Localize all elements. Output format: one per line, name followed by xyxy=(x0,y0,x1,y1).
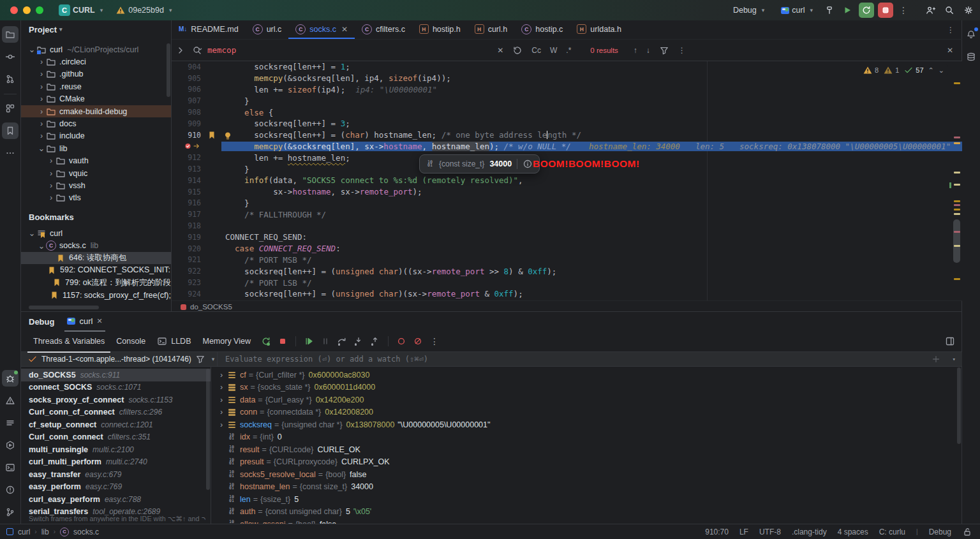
inspections-widget[interactable]: 8 1 57 ⌃ ⌄ xyxy=(859,64,948,76)
status-item[interactable]: C: curlu xyxy=(879,528,905,536)
editor-tab-cfilters.c[interactable]: Ccfilters.c xyxy=(355,20,412,39)
expand-icon[interactable]: › xyxy=(216,371,226,380)
chevron-down-icon[interactable]: ▾ xyxy=(953,356,956,362)
run-config-selector[interactable]: curl ▾ xyxy=(777,3,817,18)
bookmark-item-curl[interactable]: ⌄curl xyxy=(21,227,171,239)
line-number[interactable]: 918 xyxy=(172,221,202,230)
status-item[interactable]: 910:70 xyxy=(705,528,729,536)
project-item-curl[interactable]: ⌄curl~/CLionProjects/curl xyxy=(21,43,171,55)
close-search-button[interactable]: ✕ xyxy=(947,46,953,55)
thread-selector[interactable]: Thread-1-<com.apple...-thread> (10414746… xyxy=(21,352,218,366)
step-into-icon[interactable] xyxy=(352,334,366,348)
project-item-vquic[interactable]: ›vquic xyxy=(21,167,171,179)
layout-settings-icon[interactable] xyxy=(943,334,957,348)
prev-problem-icon[interactable]: ⌃ xyxy=(928,66,934,75)
info-icon[interactable] xyxy=(523,159,533,169)
status-breadcrumb[interactable]: curl› lib› C socks.c xyxy=(0,528,705,536)
build-button[interactable] xyxy=(822,3,837,18)
expand-icon[interactable]: › xyxy=(216,395,226,404)
zoom-window-button[interactable] xyxy=(36,6,43,14)
bookmark-item-socks.c[interactable]: ⌄Csocks.clib xyxy=(21,239,171,251)
editor-tab-url.c[interactable]: Curl.c xyxy=(246,20,289,39)
close-tab-icon[interactable]: ✕ xyxy=(341,25,348,34)
thread-filter-icon[interactable] xyxy=(195,354,205,364)
expand-icon[interactable]: › xyxy=(216,383,226,392)
line-number[interactable]: 905 xyxy=(172,74,202,83)
bookmark-item-1157_socks_proxy_cf_free_cf_[interactable]: 1157: socks_proxy_cf_free(cf); xyxy=(21,289,171,301)
line-number[interactable]: 921 xyxy=(172,255,202,264)
frame-connect_SOCKS[interactable]: connect_SOCKSsocks.c:1071 xyxy=(21,381,211,394)
code-line-923[interactable]: 923 /* PORT LSB */ xyxy=(172,277,962,288)
line-number[interactable]: 908 xyxy=(172,108,202,117)
tabs-more-button[interactable]: ⋮ xyxy=(947,26,954,34)
variable-socks5_resolve_local[interactable]: 1001socks5_resolve_local={bool}false xyxy=(211,468,962,481)
code-line-918[interactable]: 918 xyxy=(172,220,962,232)
frame-easy_perform[interactable]: easy_performeasy.c:769 xyxy=(21,481,211,494)
line-number[interactable]: 910 xyxy=(172,131,202,140)
code-line-911[interactable]: memcpy(&socksreq[len], sx->hostname, hos… xyxy=(172,141,962,152)
frames-scrollbar[interactable] xyxy=(206,369,210,490)
line-number[interactable]: 912 xyxy=(172,153,202,162)
status-item[interactable]: Debug xyxy=(929,528,951,536)
variable-socksreq[interactable]: ›socksreq={unsigned char *}0x138078000"\… xyxy=(211,418,962,431)
variable-presult[interactable]: 1001presult={CURLproxycode}CURLPX_OK xyxy=(211,456,962,469)
close-window-button[interactable] xyxy=(10,6,18,14)
bookmarks-tool-button[interactable] xyxy=(2,122,19,139)
code-line-922[interactable]: 922 socksreq[len++] = (unsigned char)((s… xyxy=(172,265,962,277)
code-line-907[interactable]: 907 } xyxy=(172,95,962,107)
debug-tab-Console[interactable]: Console xyxy=(110,331,151,353)
variable-len[interactable]: 1001len={ssize_t}5 xyxy=(211,493,962,506)
frame-cf_setup_connect[interactable]: cf_setup_connectconnect.c:1201 xyxy=(21,418,211,431)
next-problem-icon[interactable]: ⌄ xyxy=(939,66,944,75)
vcs-widget[interactable]: 09e25b9d ▾ xyxy=(112,3,175,18)
debug-tab-Threads-Variables[interactable]: Threads & Variables xyxy=(27,331,110,353)
code-line-909[interactable]: 909 socksreq[len++] = 3; xyxy=(172,118,962,129)
project-widget[interactable]: C CURL ▾ xyxy=(55,3,107,18)
frame-socks_proxy_cf_connect[interactable]: socks_proxy_cf_connectsocks.c:1153 xyxy=(21,394,211,406)
expand-icon[interactable]: › xyxy=(216,408,226,417)
project-item-.github[interactable]: ›.github xyxy=(21,68,171,80)
line-number[interactable]: 915 xyxy=(172,188,202,196)
variable-result[interactable]: 1001result={CURLcode}CURLE_OK xyxy=(211,443,962,456)
words-toggle[interactable]: W xyxy=(550,46,557,55)
add-watch-icon[interactable] xyxy=(931,354,941,364)
code-line-916[interactable]: 916 } xyxy=(172,198,962,209)
regex-toggle[interactable]: .* xyxy=(566,46,571,55)
clear-search-icon[interactable]: ✕ xyxy=(497,46,503,55)
line-number[interactable]: 920 xyxy=(172,244,202,253)
editor-tab-socks.c[interactable]: Csocks.c✕ xyxy=(288,20,355,39)
line-number[interactable]: 922 xyxy=(172,267,202,276)
project-scrollbar[interactable] xyxy=(167,43,170,97)
project-item-cmake-build-debug[interactable]: ›cmake-build-debug xyxy=(21,105,171,117)
variables-scrollbar[interactable] xyxy=(957,367,961,444)
more-tools-button[interactable] xyxy=(2,145,19,161)
search-query-input[interactable]: memcop xyxy=(207,45,236,55)
code-line-917[interactable]: 917 /* FALLTHROUGH */ xyxy=(172,209,962,220)
debug-tab-LLDB[interactable]: LLDB xyxy=(151,331,197,353)
git-tool-button[interactable] xyxy=(2,504,19,521)
settings-button[interactable] xyxy=(961,3,976,18)
breakpoint-icon[interactable] xyxy=(172,141,202,151)
code-line-904[interactable]: 904 socksreq[len++] = 1; xyxy=(172,61,962,73)
variable-sx[interactable]: ›sx={socks_state *}0x6000011d4000 xyxy=(211,381,962,394)
debug-session-tab[interactable]: curl ✕ xyxy=(64,311,105,332)
rerun-debug-button[interactable] xyxy=(859,3,874,18)
frame-multi_runsingle[interactable]: multi_runsinglemulti.c:2100 xyxy=(21,443,211,456)
resume-icon[interactable] xyxy=(302,334,316,348)
line-number[interactable]: 909 xyxy=(172,119,202,128)
breadcrumb-function[interactable]: do_SOCKS5 xyxy=(190,303,232,311)
editor-tab-README.md[interactable]: M↓README.md xyxy=(172,20,246,39)
code-line-921[interactable]: 921 /* PORT MSB */ xyxy=(172,255,962,266)
editor-tab-hostip.h[interactable]: Hhostip.h xyxy=(412,20,468,39)
variable-hostname_len[interactable]: 1001hostname_len={const size_t}34000 xyxy=(211,481,962,494)
step-over-icon[interactable] xyxy=(335,334,349,348)
line-number[interactable]: 923 xyxy=(172,278,202,287)
mode-selector[interactable]: Debug ▾ xyxy=(729,3,768,18)
prev-occurrence-button[interactable]: ↑ xyxy=(634,46,637,55)
bookmarks-hscrollbar[interactable] xyxy=(29,306,99,309)
code-line-914[interactable]: 914 infof(data, "SOCKS5 connect to %s:%d… xyxy=(172,175,962,186)
code-editor[interactable]: 904 socksreq[len++] = 1;905 memcpy(&sock… xyxy=(172,61,962,300)
project-item-vssh[interactable]: ›vssh xyxy=(21,179,171,191)
bookmark-item-646_[interactable]: 646: 读取协商包 xyxy=(21,252,171,264)
code-line-910[interactable]: 910 socksreq[len++] = (char) hostname_le… xyxy=(172,129,962,141)
